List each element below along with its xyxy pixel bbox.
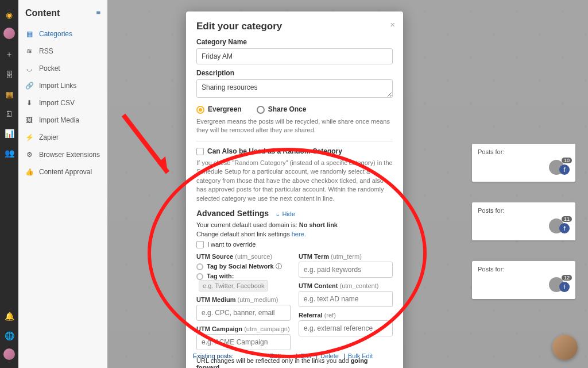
random-category-checkbox[interactable]: Can Also be Used as a Random Category [196,147,342,155]
collapse-icon[interactable]: ≡ [96,8,100,17]
csv-icon: ⬇ [25,99,33,107]
support-avatar[interactable] [552,335,578,360]
media-icon: 🖼 [25,116,33,124]
gear-icon: ⚙ [25,151,33,159]
category-name-label: Category Name [196,38,393,46]
count-badge: 11 [562,216,572,222]
bell-icon[interactable]: 🔔 [5,312,14,321]
card-title: Posts for: [478,266,504,273]
utm-campaign-input[interactable] [196,334,291,350]
utm-content-input[interactable] [299,291,393,307]
radio-icon [196,273,203,280]
count-badge: 12 [562,275,572,281]
calendar-icon[interactable]: 🗓 [5,109,13,118]
edit-link[interactable]: Edit [300,352,311,359]
description-textarea[interactable]: Sharing resources [196,79,393,98]
utm-source-label: UTM Source (utm_source) [196,253,291,260]
content-sidebar: ≡ Content ▦ Categories ≋ RSS ◡ Pocket 🔗 … [18,0,107,368]
referral-input[interactable] [299,320,393,336]
sidebar-item-zapier[interactable]: ⚡ Zapier [25,129,100,146]
close-icon[interactable]: × [390,20,395,29]
briefcase-icon[interactable]: 🗄 [5,70,13,79]
share-once-radio[interactable]: Share Once [257,105,307,114]
card-title: Posts for: [478,148,504,155]
sidebar-item-categories[interactable]: ▦ Categories [25,25,100,43]
user-avatar[interactable] [3,28,15,39]
nav-rail: ◉ ＋ 🗄 ▦ 🗓 📊 👥 🔔 🌐 [0,0,18,368]
sidebar-title: Content [25,8,100,18]
grid-icon[interactable]: ▦ [6,90,13,99]
globe-icon[interactable]: 🌐 [5,331,14,340]
post-card[interactable]: Posts for: f10 [472,144,575,182]
pocket-icon: ◡ [25,64,33,72]
override-checkbox[interactable]: I want to override [196,241,393,249]
radio-icon [257,106,265,114]
utm-medium-input[interactable] [196,305,291,321]
sidebar-item-pocket[interactable]: ◡ Pocket [25,60,100,77]
categories-icon: ▦ [25,30,33,38]
existing-posts-bar: Existing posts: Buttons |Edit |Delete |B… [193,352,373,359]
rss-icon: ≋ [25,47,33,55]
tag-with-placeholder: e.g. Twitter, Facebook [199,280,268,292]
sidebar-item-import-media[interactable]: 🖼 Import Media [25,112,100,129]
share-help-text: Evergreen means the posts will be recycl… [196,117,393,135]
sidebar-item-import-links[interactable]: 🔗 Import Links [25,77,100,94]
category-name-input[interactable] [196,48,393,64]
sidebar-item-rss[interactable]: ≋ RSS [25,43,100,60]
people-icon[interactable]: 👥 [5,148,14,158]
bulk-edit-link[interactable]: Bulk Edit [348,352,373,359]
count-badge: 10 [562,158,572,163]
checkbox-icon [196,241,204,248]
change-settings-link[interactable]: here. [292,231,306,237]
add-icon[interactable]: ＋ [5,49,13,60]
stats-icon[interactable]: 📊 [5,129,14,138]
zapier-icon: ⚡ [25,133,33,141]
edit-category-modal: × Edit your category Category Name Descr… [186,12,403,368]
chevron-down-icon: ⌄ [275,210,280,217]
tag-with-radio[interactable]: Tag with:e.g. Twitter, Facebook [196,272,291,292]
logo-icon: ◉ [6,10,13,20]
radio-icon [196,106,204,114]
hide-toggle[interactable]: ⌄ Hide [275,210,295,217]
post-card[interactable]: Posts for: f11 [472,202,575,240]
utm-term-input[interactable] [299,262,393,278]
change-link-row: Change default short link settings here. [196,231,393,237]
link-icon: 🔗 [25,82,33,90]
referral-label: Referral (ref) [299,312,393,319]
sidebar-item-content-approval[interactable]: 👍 Content Approval [25,163,100,181]
random-help-text: If you chose "Random Category" (instead … [196,159,393,203]
utm-term-label: UTM Term (utm_term) [299,253,393,260]
utm-medium-label: UTM Medium (utm_medium) [196,296,291,303]
tag-social-radio[interactable]: Tag by Social Network ⓘ [196,262,291,271]
facebook-icon: f [559,223,570,233]
delete-link[interactable]: Delete [320,352,339,359]
sidebar-item-browser-ext[interactable]: ⚙ Browser Extensions [25,146,100,163]
modal-title: Edit your category [196,21,393,32]
user-avatar-bottom[interactable] [3,348,15,360]
checkbox-icon [196,148,204,155]
evergreen-radio[interactable]: Evergreen [196,105,242,114]
radio-icon [196,263,203,270]
domain-info: Your current default used domain is: No … [196,221,393,228]
post-card[interactable]: Posts for: f12 [472,261,575,299]
card-title: Posts for: [478,207,504,214]
utm-content-label: UTM Content (utm_content) [299,282,393,289]
facebook-icon: f [559,164,570,175]
utm-campaign-label: UTM Campaign (utm_campaign) [196,325,291,332]
thumbs-up-icon: 👍 [25,168,33,176]
advanced-settings-title: Advanced Settings [196,209,269,218]
info-icon[interactable]: ⓘ [276,263,282,270]
sidebar-item-import-csv[interactable]: ⬇ Import CSV [25,94,100,112]
description-label: Description [196,69,393,77]
facebook-icon: f [559,282,570,292]
